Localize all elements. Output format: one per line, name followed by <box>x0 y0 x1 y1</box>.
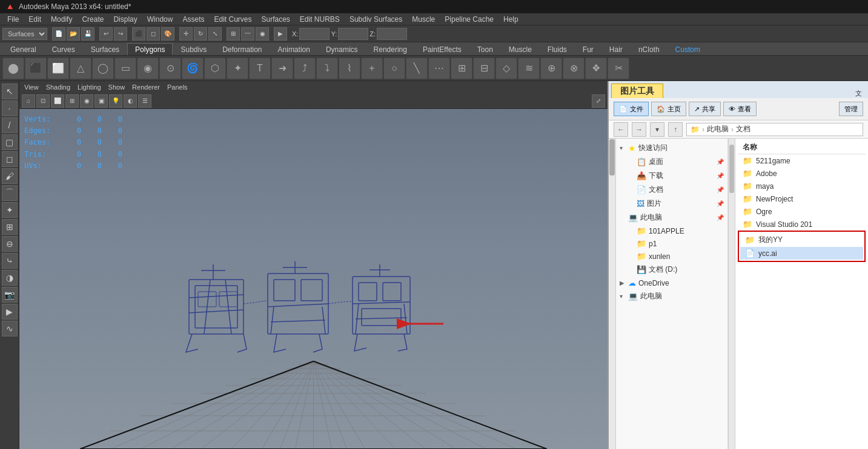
menu-muscle[interactable]: Muscle <box>407 15 440 24</box>
file-item-adobe[interactable]: 📁 Adobe <box>738 167 866 180</box>
tree-item-documentsd[interactable]: 💾 文档 (D:) <box>616 263 727 277</box>
snap-grid-icon[interactable]: ⊞ <box>227 27 240 41</box>
interactive-split-icon[interactable]: ⋯ <box>428 57 450 79</box>
vp-resize-icon[interactable]: ⤢ <box>592 94 605 108</box>
nav-dropdown-btn[interactable]: ▾ <box>650 122 664 137</box>
render-btn[interactable]: ▶ <box>2 304 18 320</box>
menu-display[interactable]: Display <box>108 15 142 24</box>
skinning-btn[interactable]: ⤷ <box>2 253 18 269</box>
ribbon-home-btn[interactable]: 🏠 主页 <box>651 102 686 116</box>
tab-general[interactable]: General <box>2 43 44 55</box>
menu-modify[interactable]: Modify <box>46 15 77 24</box>
open-scene-icon[interactable]: 📂 <box>67 27 80 41</box>
poly-arrow-icon[interactable]: ➜ <box>271 57 293 79</box>
nav-tree-scrollbar[interactable] <box>728 139 735 449</box>
texture-icon[interactable]: ▣ <box>94 94 108 108</box>
menu-assets[interactable]: Assets <box>177 15 209 24</box>
poly-plane-icon[interactable]: ▭ <box>114 57 136 79</box>
menu-help[interactable]: Help <box>499 15 523 24</box>
select-tool-icon[interactable]: ⬛ <box>132 27 145 41</box>
tree-item-101apple[interactable]: 📁 101APPLE <box>616 224 727 237</box>
tab-muscle[interactable]: Muscle <box>501 43 540 55</box>
tab-animation[interactable]: Animation <box>270 43 318 55</box>
poly-disk-icon[interactable]: ◉ <box>137 57 159 79</box>
ribbon-manage-btn[interactable]: 管理 <box>839 102 863 116</box>
merge-icon[interactable]: ⊕ <box>540 57 562 79</box>
target-weld-icon[interactable]: ⊗ <box>563 57 585 79</box>
viewport-menu-view[interactable]: View <box>24 84 39 91</box>
poly-soccer-icon[interactable]: ⬡ <box>204 57 226 79</box>
tab-curves[interactable]: Curves <box>44 43 83 55</box>
poly-helix-icon[interactable]: 🌀 <box>182 57 204 79</box>
nav-back-btn[interactable]: ← <box>614 122 628 137</box>
wireframe-icon[interactable]: ⊞ <box>65 94 79 108</box>
ribbon-view-btn[interactable]: 👁 查看 <box>723 102 757 116</box>
file-item-visualstudio[interactable]: 📁 Visual Studio 201 <box>738 218 866 231</box>
extrude-edge-icon[interactable]: ⤵ <box>316 57 338 79</box>
lattice-btn[interactable]: ⊞ <box>2 219 18 235</box>
tree-item-xunlen[interactable]: 📁 xunlen <box>616 250 727 263</box>
ribbon-tab-pictools[interactable]: 图片工具 <box>611 84 663 98</box>
tab-polygons[interactable]: Polygons <box>127 43 173 55</box>
viewport-menu-renderer[interactable]: Renderer <box>132 84 160 91</box>
tab-custom[interactable]: Custom <box>668 43 708 55</box>
nav-forward-btn[interactable]: → <box>632 122 646 137</box>
tree-item-downloads[interactable]: 📥 下载 📌 <box>616 169 727 183</box>
object-mode-btn[interactable]: ◻ <box>2 151 18 167</box>
file-item-5211game[interactable]: 📁 5211game <box>738 154 866 167</box>
menu-subdiv[interactable]: Subdiv Surfaces <box>345 15 407 24</box>
bevel-icon[interactable]: ◇ <box>495 57 517 79</box>
poly-cube-icon[interactable]: ⬛ <box>25 57 47 79</box>
poly-text-icon[interactable]: T <box>249 57 271 79</box>
tree-item-pictures[interactable]: 🖼 图片 📌 <box>616 197 727 211</box>
sculpt-btn[interactable]: ⌒ <box>2 185 18 201</box>
file-item-newproject[interactable]: 📁 NewProject <box>738 192 866 205</box>
shadow-icon[interactable]: ◐ <box>124 94 137 108</box>
tab-fur[interactable]: Fur <box>575 43 601 55</box>
scale-icon[interactable]: ⤡ <box>208 27 222 41</box>
camera-btn[interactable]: 📷 <box>2 287 18 303</box>
menu-window[interactable]: Window <box>142 15 178 24</box>
undo-icon[interactable]: ↩ <box>99 27 113 41</box>
paint-ops-btn[interactable]: 🖌 <box>2 168 18 184</box>
poly-cone-icon[interactable]: △ <box>70 57 91 79</box>
bridge-icon[interactable]: ⌇ <box>339 57 360 79</box>
tab-dynamics[interactable]: Dynamics <box>318 43 366 55</box>
combine-icon[interactable]: ❖ <box>585 57 607 79</box>
explorer-scrollbar-left[interactable] <box>609 139 616 449</box>
file-item-maya[interactable]: 📁 maya <box>738 180 866 192</box>
menu-edit-nurbs[interactable]: Edit NURBS <box>295 15 345 24</box>
viewport-menu-shading[interactable]: Shading <box>46 84 70 91</box>
ribbon-file-btn[interactable]: 📄 文件 <box>614 102 649 116</box>
tab-subdivs[interactable]: Subdivs <box>173 43 214 55</box>
edge-mode-btn[interactable]: / <box>2 117 18 133</box>
tab-rendering[interactable]: Rendering <box>366 43 415 55</box>
tree-item-thispc2[interactable]: ▾ 💻 此电脑 <box>616 289 727 303</box>
camera-home-icon[interactable]: ⌂ <box>22 94 35 108</box>
menu-surfaces[interactable]: Surfaces <box>257 15 295 24</box>
snap-point-icon[interactable]: ◉ <box>256 27 269 41</box>
lasso-icon[interactable]: ◻ <box>147 27 160 41</box>
poly-pipe-icon[interactable]: ⊙ <box>159 57 181 79</box>
snap-curve-icon[interactable]: 〰 <box>241 27 254 41</box>
poly-misc-icon[interactable]: ✦ <box>227 57 248 79</box>
x-input[interactable] <box>299 28 330 40</box>
save-scene-icon[interactable]: 💾 <box>81 27 94 41</box>
split-poly-icon[interactable]: ╲ <box>406 57 428 79</box>
viewport-menu-lighting[interactable]: Lighting <box>78 84 101 91</box>
address-path-bar[interactable]: 📁 › 此电脑 › 文档 <box>686 123 863 136</box>
vertex-mode-btn[interactable]: · <box>2 100 18 116</box>
tab-toon[interactable]: Toon <box>469 43 501 55</box>
paint-select-icon[interactable]: 🎨 <box>161 27 174 41</box>
tab-surfaces[interactable]: Surfaces <box>83 43 127 55</box>
ribbon-share-btn[interactable]: ↗ 共享 <box>689 102 721 116</box>
tree-item-onedrive[interactable]: ▶ ☁ OneDrive <box>616 277 727 289</box>
tree-item-thispc[interactable]: 💻 此电脑 📌 <box>616 211 727 224</box>
append-poly-icon[interactable]: + <box>361 57 383 79</box>
tab-hair[interactable]: Hair <box>601 43 631 55</box>
insert-loop-icon[interactable]: ⊞ <box>451 57 472 79</box>
menu-pipeline[interactable]: Pipeline Cache <box>440 15 499 24</box>
tree-item-documents[interactable]: 📄 文档 📌 <box>616 183 727 197</box>
z-input[interactable] <box>377 28 407 40</box>
light-icon[interactable]: 💡 <box>109 94 122 108</box>
